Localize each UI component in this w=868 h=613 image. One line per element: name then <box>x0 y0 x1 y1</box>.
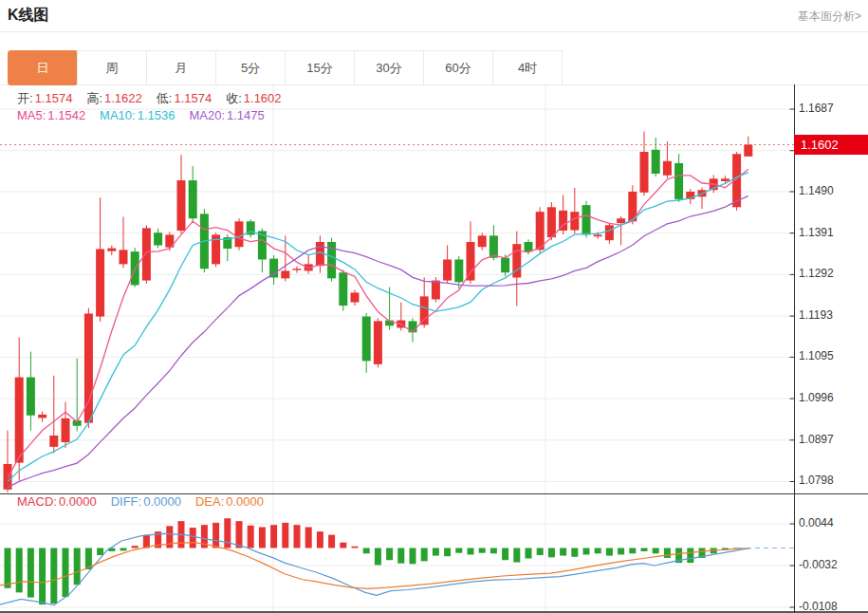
diff_line_px <box>0 533 751 604</box>
tab-4时[interactable]: 4时 <box>492 50 563 85</box>
tab-周[interactable]: 周 <box>77 50 147 85</box>
ohlc-item-0: 开:1.1574 <box>17 91 72 105</box>
current-price-badge: 1.1602 <box>794 135 868 155</box>
ohlc-item-3: 收:1.1602 <box>226 91 281 105</box>
macd-item-2: DEA:0.0000 <box>195 494 264 509</box>
tab-15分[interactable]: 15分 <box>285 50 355 85</box>
ohlc-item-1: 高:1.1622 <box>86 91 141 105</box>
tab-日[interactable]: 日 <box>8 50 78 85</box>
ohlc-legend: 开:1.1574高:1.1622低:1.1574收:1.1602 <box>17 90 296 107</box>
price-tick-1.1391: 1.1391 <box>799 226 834 239</box>
diff-dea-lines <box>0 533 794 604</box>
tab-5分[interactable]: 5分 <box>215 50 286 85</box>
ohlc-item-2: 低:1.1574 <box>157 91 212 105</box>
tab-60分[interactable]: 60分 <box>423 50 493 85</box>
macd-tick-0.0044: 0.0044 <box>799 516 834 529</box>
price-tick-1.1095: 1.1095 <box>799 349 834 362</box>
price-tick-1.1193: 1.1193 <box>799 308 833 322</box>
macd-item-0: MACD:0.0000 <box>17 494 97 509</box>
price-tick-1.1490: 1.1490 <box>799 184 834 197</box>
price-tick-1.0897: 1.0897 <box>799 433 834 446</box>
current-price-value: 1.1602 <box>801 138 839 152</box>
macd-indicator-legend: MACD:0.0000DIFF:0.0000DEA:0.0000 <box>17 494 278 509</box>
macd-item-1: DIFF:0.0000 <box>111 494 181 509</box>
macd-tick--0.0108: -0.0108 <box>799 600 838 613</box>
macd-tick--0.0032: -0.0032 <box>799 558 838 571</box>
price-tick-1.1687: 1.1687 <box>799 102 834 115</box>
macd-histogram-layer <box>5 518 741 604</box>
tab-30分[interactable]: 30分 <box>354 50 424 85</box>
ma-legend: MA5:1.1542MA10:1.1536MA20:1.1475 <box>17 108 279 122</box>
ma-item-2: MA20:1.1475 <box>189 108 264 122</box>
price-tick-1.1292: 1.1292 <box>799 267 834 280</box>
price-tick-1.0798: 1.0798 <box>799 474 834 487</box>
tab-月[interactable]: 月 <box>146 50 216 85</box>
timeframe-tab-bar: 日周月5分15分30分60分4时 <box>8 50 563 85</box>
ma-item-0: MA5:1.1542 <box>17 108 85 122</box>
price-tick-1.0996: 1.0996 <box>799 391 834 404</box>
ma-item-1: MA10:1.1536 <box>100 108 175 122</box>
